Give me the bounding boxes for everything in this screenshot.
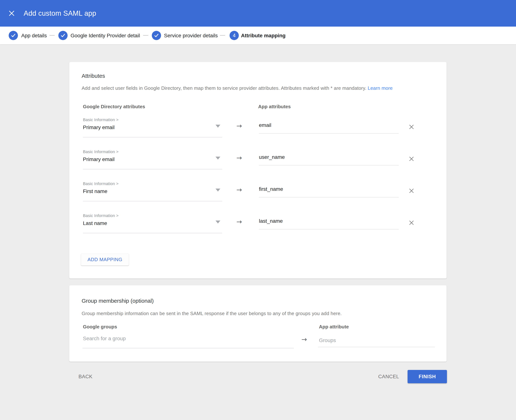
- finish-button[interactable]: FINISH: [408, 370, 447, 383]
- select-underline: [83, 169, 222, 169]
- input-underline: [259, 197, 399, 197]
- step-2-circle[interactable]: [58, 31, 67, 40]
- app-bar: Add custom SAML app: [0, 0, 516, 27]
- directory-attribute-select[interactable]: Primary email: [83, 157, 114, 162]
- add-mapping-button[interactable]: ADD MAPPING: [81, 254, 129, 266]
- step-2-label[interactable]: Google Identity Provider details: [71, 27, 140, 45]
- input-underline: [259, 229, 399, 229]
- app-attribute-input[interactable]: [259, 186, 396, 192]
- maps-to-arrow-icon: →: [301, 336, 307, 343]
- attributes-card: Attributes Add and select user fields in…: [69, 62, 447, 278]
- dialog-title: Add custom SAML app: [24, 0, 96, 27]
- learn-more-link[interactable]: Learn more: [368, 85, 393, 91]
- step-3-circle[interactable]: [152, 31, 161, 40]
- maps-to-arrow-icon: →: [236, 218, 242, 225]
- maps-to-arrow-icon: →: [236, 122, 242, 130]
- group-search-input[interactable]: [83, 336, 286, 342]
- cancel-button[interactable]: CANCEL: [378, 374, 399, 380]
- directory-attribute-category: Basic Information >: [83, 150, 119, 154]
- step-3-label[interactable]: Service provider details: [164, 27, 218, 45]
- group-card-title: Group membership (optional): [82, 298, 154, 304]
- input-underline: [259, 165, 399, 165]
- delete-mapping-icon[interactable]: [409, 156, 414, 162]
- step-1-circle[interactable]: [9, 31, 18, 40]
- attributes-card-title: Attributes: [82, 73, 105, 79]
- dropdown-arrow-icon[interactable]: [216, 157, 220, 160]
- mapping-row: Basic Information > Last name →: [69, 213, 447, 239]
- input-underline: [318, 347, 435, 347]
- directory-attribute-category: Basic Information >: [83, 118, 119, 122]
- app-attribute-input[interactable]: [259, 154, 396, 160]
- directory-attribute-select[interactable]: Primary email: [83, 125, 114, 130]
- mapping-row: Basic Information > Primary email →: [69, 150, 447, 175]
- check-icon: [60, 33, 66, 38]
- group-app-attribute-input[interactable]: [319, 338, 430, 343]
- directory-attribute-category: Basic Information >: [83, 213, 119, 218]
- input-underline: [259, 133, 399, 134]
- group-membership-card: Group membership (optional) Group member…: [69, 285, 447, 362]
- app-attribute-input[interactable]: [259, 122, 396, 128]
- input-underline: [82, 348, 294, 348]
- directory-attribute-select[interactable]: First name: [83, 188, 107, 194]
- step-connector: [50, 35, 55, 36]
- dropdown-arrow-icon[interactable]: [216, 221, 220, 224]
- step-4-circle[interactable]: 4: [230, 31, 239, 40]
- google-groups-column-header: Google groups: [83, 324, 117, 330]
- step-4-number: 4: [233, 33, 235, 38]
- mapping-row: Basic Information > First name →: [69, 181, 447, 207]
- step-connector: [143, 35, 148, 36]
- maps-to-arrow-icon: →: [236, 186, 242, 194]
- step-connector: [220, 35, 225, 36]
- check-icon: [154, 33, 159, 38]
- mapping-row: Basic Information > Primary email →: [69, 118, 447, 143]
- delete-mapping-icon[interactable]: [409, 124, 414, 130]
- stepper: App details Google Identity Provider det…: [0, 27, 516, 45]
- delete-mapping-icon[interactable]: [409, 188, 414, 194]
- back-button[interactable]: BACK: [78, 374, 92, 380]
- app-attribute-column-header: App attribute: [319, 324, 349, 330]
- directory-attribute-category: Basic Information >: [83, 181, 119, 186]
- select-underline: [83, 137, 222, 137]
- delete-mapping-icon[interactable]: [409, 220, 414, 225]
- directory-attribute-select[interactable]: Last name: [83, 220, 107, 226]
- check-icon: [11, 33, 16, 38]
- select-underline: [83, 201, 222, 201]
- close-icon[interactable]: [9, 11, 15, 16]
- app-attribute-input[interactable]: [259, 218, 396, 224]
- attributes-card-description: Add and select user fields in Google Dir…: [82, 85, 393, 91]
- dropdown-arrow-icon[interactable]: [216, 188, 220, 192]
- step-1-label[interactable]: App details: [21, 27, 47, 45]
- step-4-label[interactable]: Attribute mapping: [241, 27, 285, 45]
- directory-attributes-column-header: Google Directory attributes: [83, 104, 145, 110]
- dropdown-arrow-icon[interactable]: [216, 125, 220, 128]
- maps-to-arrow-icon: →: [236, 154, 242, 162]
- select-underline: [83, 233, 222, 233]
- group-card-description: Group membership information can be sent…: [82, 311, 342, 316]
- description-text: Add and select user fields in Google Dir…: [82, 85, 366, 91]
- app-attributes-column-header: App attributes: [258, 104, 291, 110]
